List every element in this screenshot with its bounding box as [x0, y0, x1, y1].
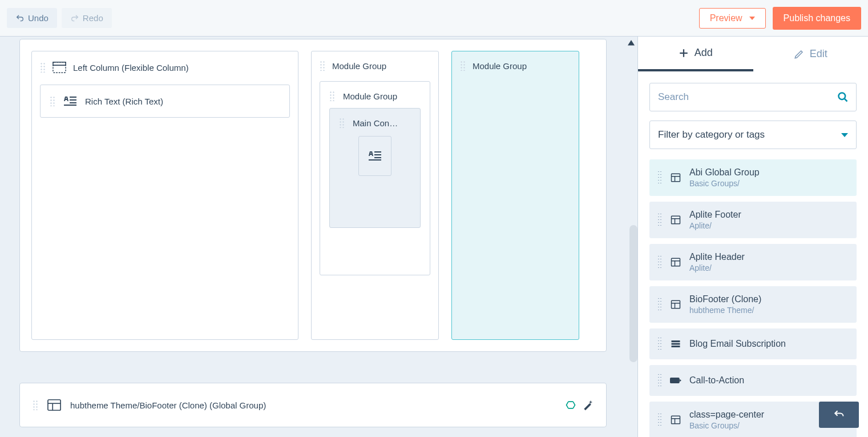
asset-item[interactable]: Call-to-Action: [649, 365, 857, 396]
drag-handle-icon[interactable]: [460, 61, 466, 71]
svg-rect-19: [672, 300, 680, 308]
left-column-label: Left Column (Flexible Column): [73, 63, 189, 73]
filter-label: Filter by category or tags: [658, 129, 765, 141]
side-panel: Add Edit Filter by category or tags Abi …: [637, 37, 868, 437]
undo-icon: [831, 409, 846, 420]
svg-rect-23: [672, 343, 680, 345]
asset-subtitle: Aplite/: [689, 221, 741, 230]
search-icon[interactable]: [837, 91, 849, 103]
svg-line-9: [845, 99, 847, 102]
search-input[interactable]: [649, 83, 857, 111]
drag-handle-icon[interactable]: [657, 170, 662, 185]
redo-button[interactable]: Redo: [62, 8, 112, 28]
svg-rect-26: [672, 416, 680, 424]
asset-title: Abi Global Group: [689, 167, 760, 178]
recycle-icon[interactable]: [565, 399, 576, 411]
chevron-down-icon: [841, 133, 848, 137]
layout-icon: [670, 256, 681, 268]
global-footer-row[interactable]: hubtheme Theme/BioFooter (Clone) (Global…: [19, 383, 607, 427]
asset-item[interactable]: Abi Global GroupBasic Groups/: [649, 159, 857, 196]
drag-handle-icon[interactable]: [657, 412, 662, 427]
top-toolbar: Undo Redo Preview Publish changes: [0, 0, 868, 37]
rich-text-label: Rich Text (Rich Text): [85, 97, 163, 106]
rich-text-module[interactable]: Rich Text (Rich Text): [40, 85, 290, 118]
drag-handle-icon[interactable]: [320, 61, 325, 71]
row-divider: [19, 366, 607, 370]
inner-module-group[interactable]: Module Group Main Content: [320, 81, 430, 275]
tab-edit-label: Edit: [810, 48, 827, 60]
svg-rect-16: [672, 258, 680, 266]
panel-tabs: Add Edit: [638, 37, 868, 71]
asset-subtitle: Basic Groups/: [689, 179, 760, 188]
svg-rect-25: [670, 378, 680, 383]
row-block[interactable]: Left Column (Flexible Column) Rich Text …: [19, 39, 607, 352]
rich-text-icon: [63, 94, 77, 108]
asset-item[interactable]: Blog Email Subscription: [649, 328, 857, 359]
redo-icon: [70, 14, 79, 23]
tab-edit[interactable]: Edit: [753, 37, 869, 71]
asset-title: Aplite Footer: [689, 210, 741, 220]
preview-button[interactable]: Preview: [699, 8, 766, 29]
svg-point-8: [839, 93, 846, 100]
publish-button[interactable]: Publish changes: [773, 7, 861, 30]
module-group-label: Module Group: [343, 91, 397, 101]
asset-title: Call-to-Action: [689, 375, 744, 386]
asset-title: BioFooter (Clone): [689, 294, 761, 304]
module-group-label: Module Group: [332, 61, 386, 71]
left-column-card[interactable]: Left Column (Flexible Column) Rich Text …: [31, 51, 298, 340]
drag-handle-icon[interactable]: [40, 62, 46, 73]
drag-handle-icon[interactable]: [657, 297, 662, 312]
drag-handle-icon[interactable]: [657, 373, 662, 388]
footer-label: hubtheme Theme/BioFooter (Clone) (Global…: [70, 400, 266, 410]
main-content-label: Main Content: [353, 118, 398, 128]
plus-icon: [679, 48, 689, 58]
layout-icon: [670, 214, 681, 226]
form-icon: [670, 338, 681, 350]
layout-icon: [670, 172, 681, 183]
filter-dropdown[interactable]: Filter by category or tags: [649, 121, 857, 149]
svg-rect-10: [672, 174, 680, 182]
floating-undo-button[interactable]: [819, 402, 859, 428]
svg-rect-22: [672, 340, 680, 342]
drag-handle-icon[interactable]: [339, 118, 345, 128]
svg-rect-24: [672, 346, 680, 347]
asset-subtitle: Basic Groups/: [689, 421, 764, 430]
asset-item[interactable]: Aplite FooterAplite/: [649, 202, 857, 238]
svg-rect-13: [672, 216, 680, 224]
chevron-down-icon: [749, 17, 755, 20]
drag-handle-icon[interactable]: [329, 91, 335, 101]
asset-title: Aplite Header: [689, 252, 745, 262]
drag-handle-icon[interactable]: [33, 400, 38, 410]
module-group-card-selected[interactable]: Module Group: [451, 51, 579, 340]
asset-list: Abi Global GroupBasic Groups/Aplite Foot…: [649, 159, 857, 437]
flexible-column-icon: [53, 61, 66, 74]
drag-handle-icon[interactable]: [50, 96, 55, 106]
undo-icon: [15, 14, 25, 23]
undo-label: Undo: [28, 13, 49, 23]
asset-item[interactable]: Aplite HeaderAplite/: [649, 244, 857, 280]
tab-add[interactable]: Add: [638, 37, 753, 71]
rich-text-tile[interactable]: [358, 136, 391, 176]
main-content-module[interactable]: Main Content: [329, 108, 421, 228]
asset-title: Blog Email Subscription: [689, 339, 786, 349]
undo-button[interactable]: Undo: [7, 8, 57, 28]
layout-icon: [47, 398, 61, 412]
module-group-label: Module Group: [473, 61, 527, 71]
search-field-wrap: [649, 83, 857, 111]
tab-add-label: Add: [695, 47, 713, 59]
rich-text-icon: [369, 150, 381, 162]
redo-label: Redo: [83, 13, 103, 23]
svg-rect-3: [48, 400, 60, 410]
layout-icon: [670, 414, 681, 426]
drag-handle-icon[interactable]: [657, 336, 662, 351]
publish-label: Publish changes: [784, 13, 850, 23]
asset-subtitle: Aplite/: [689, 263, 745, 272]
asset-title: class=page-center: [689, 410, 764, 420]
drag-handle-icon[interactable]: [657, 213, 662, 227]
asset-item[interactable]: BioFooter (Clone)hubtheme Theme/: [649, 286, 857, 323]
drag-handle-icon[interactable]: [657, 255, 662, 270]
layout-canvas: Left Column (Flexible Column) Rich Text …: [0, 37, 637, 437]
layout-icon: [670, 299, 681, 310]
module-group-card-1[interactable]: Module Group Module Group Main Content: [311, 51, 439, 340]
magic-wand-icon[interactable]: [582, 399, 594, 411]
